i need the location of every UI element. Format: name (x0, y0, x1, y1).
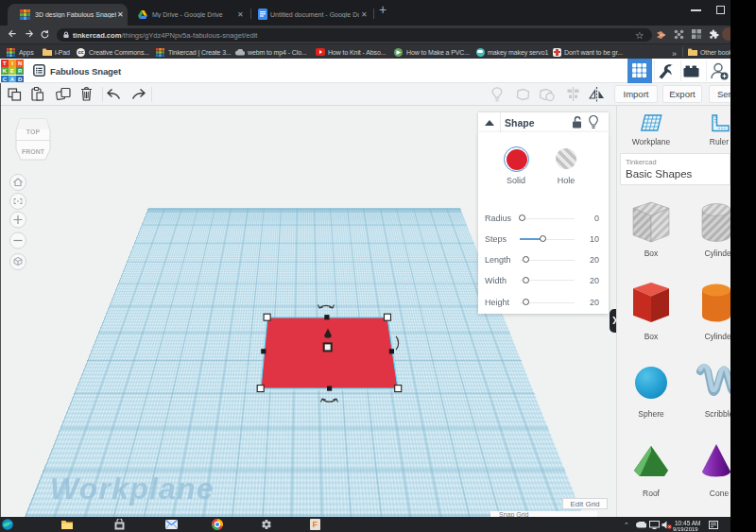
svg-text:TOP: TOP (26, 129, 41, 135)
svg-text:FRONT: FRONT (22, 148, 45, 155)
